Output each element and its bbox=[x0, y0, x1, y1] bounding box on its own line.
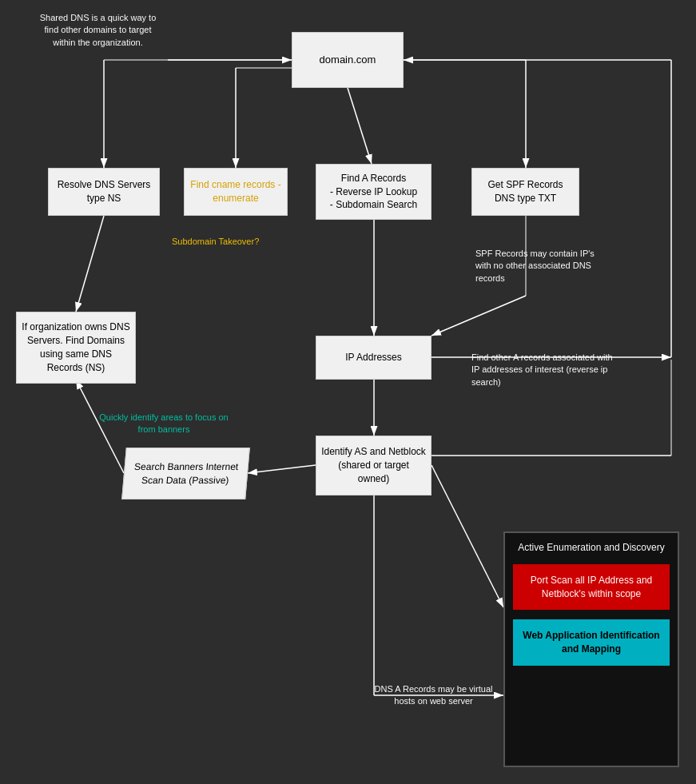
annotation-find-other-a: Find other A records associated with IP … bbox=[471, 352, 615, 388]
svg-line-19 bbox=[248, 465, 316, 473]
identify-as-box: Identify AS and Netblock (shared or targ… bbox=[316, 436, 432, 495]
active-enum-title: Active Enumeration and Discovery bbox=[513, 541, 670, 555]
diagram-container: Shared DNS is a quick way to find other … bbox=[0, 0, 696, 784]
domain-box: domain.com bbox=[292, 32, 404, 88]
active-enum-box: Active Enumeration and Discovery Port Sc… bbox=[503, 531, 679, 767]
annotation-spf-note: SPF Records may contain IP's with no oth… bbox=[475, 248, 599, 285]
annotation-subdomain-takeover: Subdomain Takeover? bbox=[172, 236, 259, 248]
port-scan-box: Port Scan all IP Address and Netblock's … bbox=[513, 564, 670, 611]
svg-line-17 bbox=[76, 216, 104, 312]
annotation-dns-a-records: DNS A Records may be virtual hosts on we… bbox=[364, 683, 503, 708]
search-banners-box: Search Banners Internet Scan Data (Passi… bbox=[121, 448, 250, 499]
get-spf-box: Get SPF Records DNS type TXT bbox=[471, 168, 579, 216]
if-org-owns-box: If organization owns DNS Servers. Find D… bbox=[16, 312, 136, 384]
svg-line-14 bbox=[432, 296, 526, 336]
svg-line-2 bbox=[348, 88, 372, 164]
web-app-box: Web Application Identification and Mappi… bbox=[513, 619, 670, 666]
annotation-quickly-identify: Quickly identify areas to focus on from … bbox=[96, 412, 232, 436]
ip-addresses-box: IP Addresses bbox=[316, 336, 432, 380]
find-a-records-box: Find A Records - Reverse IP Lookup - Sub… bbox=[316, 164, 432, 220]
annotation-shared-dns: Shared DNS is a quick way to find other … bbox=[32, 12, 164, 49]
resolve-dns-box: Resolve DNS Servers type NS bbox=[48, 168, 160, 216]
find-cname-box: Find cname records - enumerate bbox=[184, 168, 288, 216]
svg-line-20 bbox=[432, 465, 503, 607]
